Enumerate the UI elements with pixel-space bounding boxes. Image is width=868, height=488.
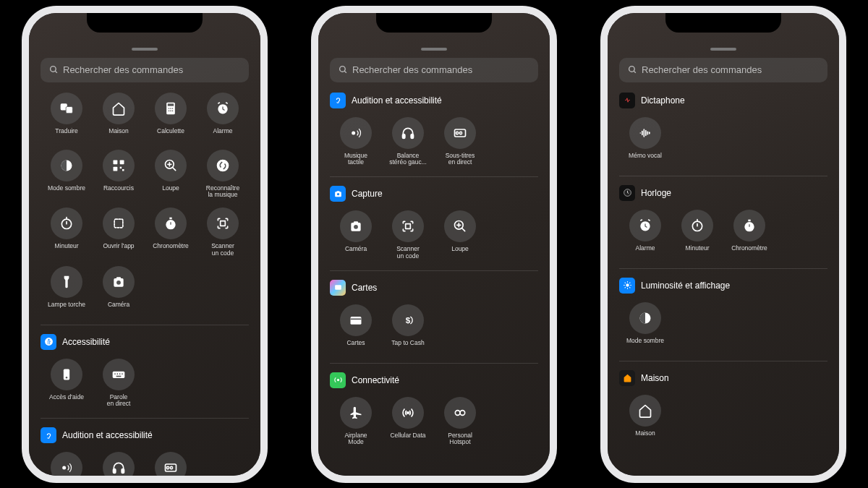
control-item-alarm[interactable]: Alarme xyxy=(197,93,249,141)
search-input[interactable]: Rechercher des commandes xyxy=(619,58,827,82)
control-label: Sous-titres en direct xyxy=(446,153,475,167)
svg-line-13 xyxy=(218,102,220,103)
control-item-flashlight[interactable]: Lampe torche xyxy=(41,266,93,314)
section-title: Luminosité et affichage xyxy=(641,281,730,291)
svg-point-25 xyxy=(217,159,229,171)
grabber[interactable] xyxy=(710,48,736,51)
control-item-magnify[interactable]: Loupe xyxy=(145,150,197,200)
openapp-icon xyxy=(103,207,135,239)
control-label: Scanner un code xyxy=(396,246,420,260)
control-item-headphones[interactable] xyxy=(93,452,145,475)
grabber[interactable] xyxy=(421,48,447,51)
svg-point-40 xyxy=(119,373,121,374)
section-grid: Maison xyxy=(619,395,827,443)
section-title: Capture xyxy=(352,189,383,199)
section-badge-icon xyxy=(619,185,635,201)
section-header: Luminosité et affichage xyxy=(619,278,827,294)
control-item-airplane[interactable]: Airplane Mode xyxy=(330,397,382,447)
control-item-keyboard[interactable]: Parole en direct xyxy=(93,359,145,408)
control-label: Balance stéréo gauc... xyxy=(389,153,427,167)
control-label: Mémo vocal xyxy=(629,153,662,166)
separator xyxy=(619,268,827,269)
control-item-timer[interactable]: Minuteur xyxy=(671,210,723,258)
scan-icon xyxy=(392,210,424,242)
control-item-cellular[interactable]: Cellular Data xyxy=(382,397,434,447)
control-item-assist[interactable]: Accès d'aide xyxy=(41,359,93,408)
control-item-calc[interactable]: Calculette xyxy=(145,93,197,141)
control-item-alarm[interactable]: Alarme xyxy=(619,210,671,258)
dark-icon xyxy=(51,150,82,181)
section-header: Capture xyxy=(330,186,538,202)
control-item-openapp[interactable]: Ouvrir l'app xyxy=(93,207,145,257)
control-item-scan[interactable]: Scanner un code xyxy=(382,210,434,260)
separator xyxy=(330,176,538,177)
section-header: Maison xyxy=(619,370,827,386)
control-label: Lampe torche xyxy=(48,301,85,314)
alarm-icon xyxy=(629,210,661,241)
control-item-magnify[interactable]: Loupe xyxy=(434,210,486,260)
control-item-home[interactable]: Maison xyxy=(619,395,671,443)
wallet-icon xyxy=(340,304,372,336)
search-input[interactable]: Rechercher des commandes xyxy=(41,58,249,82)
control-label: Tap to Cash xyxy=(391,340,424,353)
control-label: Ouvrir l'app xyxy=(103,243,134,256)
control-item-headphones[interactable]: Balance stéréo gauc... xyxy=(382,117,434,167)
svg-line-57 xyxy=(462,228,465,231)
control-item-cc[interactable] xyxy=(145,452,197,475)
section-title: Audition et accessibilité xyxy=(62,430,153,440)
svg-rect-42 xyxy=(116,375,122,377)
alarm-icon xyxy=(207,93,239,124)
control-item-camera[interactable]: Caméra xyxy=(93,266,145,314)
svg-rect-62 xyxy=(351,318,362,320)
control-item-cc[interactable]: Sous-titres en direct xyxy=(434,117,486,167)
svg-rect-61 xyxy=(351,317,362,325)
control-item-wave[interactable]: Mémo vocal xyxy=(619,117,671,166)
svg-point-32 xyxy=(116,280,121,284)
section-title: Cartes xyxy=(352,283,377,293)
notch xyxy=(376,12,492,33)
control-item-scan[interactable]: Scanner un code xyxy=(197,207,249,257)
control-label: Traduire xyxy=(55,128,77,141)
control-item-tapcash[interactable]: $Tap to Cash xyxy=(382,304,434,353)
control-label: Alarme xyxy=(636,245,655,258)
separator xyxy=(330,363,538,364)
control-label: Minuteur xyxy=(685,245,709,258)
svg-point-0 xyxy=(51,67,56,72)
control-label: Maison xyxy=(109,128,128,141)
control-item-dark[interactable]: Mode sombre xyxy=(619,302,671,351)
control-label: Reconnaître la musique xyxy=(206,185,239,200)
control-item-timer[interactable]: Minuteur xyxy=(41,207,93,257)
svg-rect-55 xyxy=(406,224,411,229)
control-item-home[interactable]: Maison xyxy=(93,93,145,141)
control-item-stopwatch[interactable]: Chronomètre xyxy=(723,210,775,258)
section-badge-icon xyxy=(619,370,635,386)
control-item-haptic[interactable]: Musique tactile xyxy=(330,117,382,167)
svg-line-1 xyxy=(55,71,57,73)
content-area: Audition et accessibilitéMusique tactile… xyxy=(318,93,550,447)
control-label: Musique tactile xyxy=(344,153,367,167)
svg-point-39 xyxy=(117,373,119,374)
control-item-translate[interactable]: Traduire xyxy=(41,93,93,141)
control-item-wallet[interactable]: Cartes xyxy=(330,304,382,353)
control-item-hotspot[interactable]: Personal Hotspot xyxy=(434,397,486,447)
svg-point-43 xyxy=(62,466,66,470)
control-item-haptic[interactable] xyxy=(41,452,93,475)
section-header: Accessibilité xyxy=(41,334,249,350)
cc-icon xyxy=(444,117,476,149)
grabber[interactable] xyxy=(132,48,158,51)
control-item-shazam[interactable]: Reconnaître la musique xyxy=(197,150,249,200)
section-badge-icon xyxy=(330,280,346,296)
svg-point-54 xyxy=(354,225,358,229)
search-input[interactable]: Rechercher des commandes xyxy=(330,58,538,82)
dark-icon xyxy=(629,302,661,334)
section-header: Horloge xyxy=(619,185,827,201)
search-icon xyxy=(49,65,59,74)
control-item-camera[interactable]: Caméra xyxy=(330,210,382,260)
svg-point-6 xyxy=(169,108,170,109)
control-item-stopwatch[interactable]: Chronomètre xyxy=(145,207,197,257)
separator xyxy=(619,361,827,361)
control-item-qr[interactable]: Raccourcis xyxy=(93,150,145,200)
control-item-dark[interactable]: Mode sombre xyxy=(41,150,93,200)
svg-point-11 xyxy=(172,110,174,111)
section-badge-icon xyxy=(619,278,635,294)
